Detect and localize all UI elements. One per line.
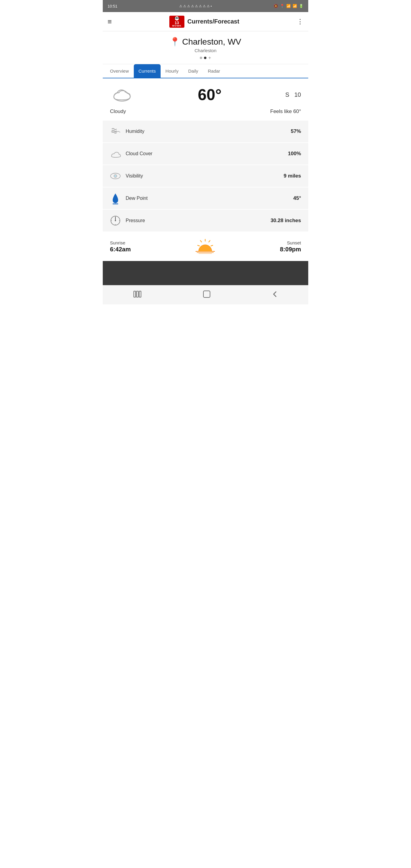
dot-indicators: + <box>107 56 304 60</box>
sunrise-time: 6:42am <box>110 246 131 253</box>
wind-display: S 10 <box>285 91 301 98</box>
svg-rect-30 <box>136 291 138 297</box>
cloud-cover-label: Cloud Cover <box>126 151 153 156</box>
humidity-label: Humidity <box>126 129 144 134</box>
cloud-cover-value: 100% <box>288 151 301 157</box>
dew-point-value: 45° <box>293 195 301 201</box>
home-button[interactable] <box>203 290 211 300</box>
svg-point-11 <box>115 175 116 177</box>
dark-area <box>103 261 308 285</box>
weather-condition-icon <box>110 86 134 104</box>
feels-like-text: Feels like 60° <box>270 108 301 115</box>
dew-point-label: Dew Point <box>126 195 148 201</box>
more-button[interactable]: ⋮ <box>297 18 304 26</box>
location-city: 📍 Charleston, WV <box>107 37 304 47</box>
svg-line-27 <box>198 245 199 246</box>
sunset-label: Sunset <box>280 240 301 245</box>
svg-line-26 <box>211 245 213 246</box>
dot-2[interactable] <box>204 57 207 59</box>
dot-1[interactable] <box>200 57 202 59</box>
status-icons: 🔕 📍 📶 📶 🔋 <box>274 4 304 8</box>
pressure-value: 30.28 inches <box>271 218 301 224</box>
tab-overview[interactable]: Overview <box>105 64 134 78</box>
location-header: 📍 Charleston, WV Charleston + <box>103 31 308 64</box>
svg-line-28 <box>200 241 201 242</box>
cloud-cover-icon <box>110 148 121 159</box>
menu-button[interactable]: ≡ <box>107 18 112 26</box>
temperature-display: 60° <box>198 86 222 104</box>
visibility-label: Visibility <box>126 173 143 179</box>
dew-point-icon <box>110 193 121 204</box>
pressure-icon <box>110 215 121 226</box>
sunset-time: 8:09pm <box>280 246 301 253</box>
page-title: Currents/Forecast <box>187 18 239 25</box>
tab-hourly[interactable]: Hourly <box>161 64 183 78</box>
status-time: 10:51 <box>107 4 118 8</box>
app-bar: ≡ CBS 13 WOWK Currents/Forecast ⋮ <box>103 12 308 31</box>
svg-rect-32 <box>203 291 210 298</box>
tab-currents[interactable]: Currents <box>134 64 161 78</box>
battery-icon: 🔋 <box>299 4 304 8</box>
weather-main: 60° S 10 <box>103 79 308 108</box>
pressure-label: Pressure <box>126 218 145 223</box>
mute-icon: 🔕 <box>274 4 278 8</box>
svg-point-7 <box>118 90 125 96</box>
location-pin-icon: 📍 <box>170 37 180 47</box>
svg-rect-29 <box>134 291 135 297</box>
sun-row: Sunrise 6:42am Sunset 8:09pm <box>103 232 308 261</box>
svg-point-16 <box>115 220 116 221</box>
signal-icon: 📶 <box>292 4 297 8</box>
bottom-nav <box>103 285 308 304</box>
weather-condition-text: Cloudy <box>110 108 126 115</box>
wind-speed: 10 <box>294 91 301 98</box>
tab-bar: Overview Currents Hourly Daily Radar <box>103 64 308 79</box>
tab-radar[interactable]: Radar <box>203 64 225 78</box>
location-sublabel: Charleston <box>107 48 304 53</box>
wind-direction: S <box>285 91 289 98</box>
back-button[interactable] <box>272 290 278 300</box>
status-bar: 10:51 ⚠ ⚠ ⚠ ⚠ ⚠ ⚠ ⚠ ⚠ • 🔕 📍 📶 📶 🔋 <box>103 0 308 12</box>
visibility-icon <box>110 170 121 181</box>
dew-point-row: Dew Point 45° <box>103 187 308 210</box>
app-logo: CBS 13 WOWK <box>169 16 184 28</box>
humidity-value: 57% <box>291 128 301 134</box>
sunrise-item: Sunrise 6:42am <box>110 240 131 253</box>
humidity-icon: 〰〰〰 <box>110 126 121 137</box>
visibility-value: 9 miles <box>284 173 301 179</box>
tab-daily[interactable]: Daily <box>183 64 203 78</box>
cloud-cover-row: Cloud Cover 100% <box>103 143 308 165</box>
sunset-item: Sunset 8:09pm <box>280 240 301 253</box>
pressure-row: Pressure 30.28 inches <box>103 210 308 232</box>
visibility-row: Visibility 9 miles <box>103 165 308 187</box>
humidity-row: 〰〰〰 Humidity 57% <box>103 121 308 143</box>
weather-description-row: Cloudy Feels like 60° <box>103 108 308 121</box>
svg-line-25 <box>209 241 210 242</box>
recents-button[interactable] <box>133 290 141 300</box>
warning-icons: ⚠ ⚠ ⚠ ⚠ ⚠ ⚠ ⚠ ⚠ • <box>179 4 212 8</box>
wifi-icon: 📶 <box>286 4 291 8</box>
sun-icon <box>195 238 215 255</box>
app-title-group: CBS 13 WOWK Currents/Forecast <box>169 16 239 28</box>
add-location-button[interactable]: + <box>208 56 211 60</box>
location-icon: 📍 <box>280 4 284 8</box>
sunrise-label: Sunrise <box>110 240 131 245</box>
svg-rect-31 <box>139 291 141 297</box>
